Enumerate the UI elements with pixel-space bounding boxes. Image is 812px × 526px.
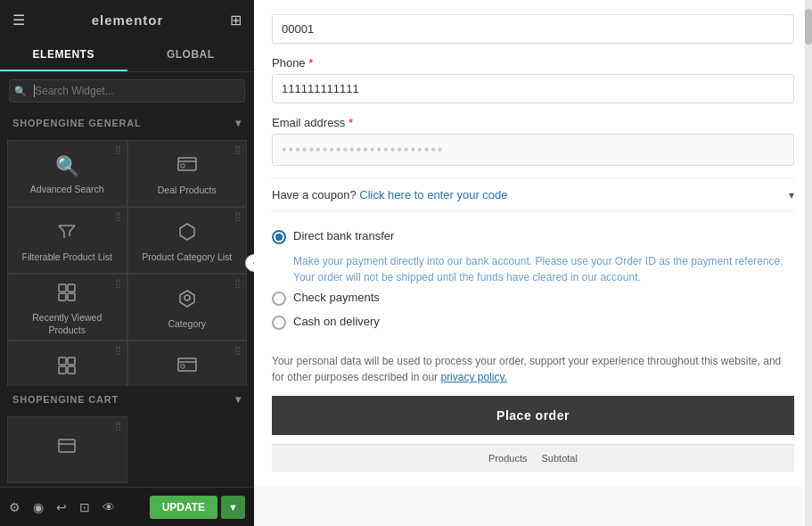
svg-rect-20	[59, 440, 75, 452]
svg-rect-14	[68, 358, 75, 365]
bottom-tab-subtotal[interactable]: Subtotal	[537, 450, 583, 466]
email-label: Email address *	[272, 116, 794, 129]
right-panel: Phone * Email address * Have a coupon? C…	[254, 0, 812, 526]
phone-required: *	[308, 56, 313, 70]
chevron-down-icon-cart: ▾	[235, 393, 242, 406]
search-input[interactable]	[9, 79, 245, 103]
widget-recently-viewed-products[interactable]: ⣿ Recently Viewed Products	[7, 274, 127, 341]
drag-handle: ⣿	[115, 345, 121, 355]
drag-handle: ⣿	[115, 211, 121, 221]
cursor-blink	[34, 85, 35, 97]
drag-handle: ⣿	[234, 144, 241, 154]
widget-product-category-list[interactable]: ⣿ Product Category List	[127, 207, 248, 274]
bottom-tab-products[interactable]: Products	[483, 450, 532, 466]
email-input[interactable]	[272, 134, 794, 166]
widget-filterable-product-list[interactable]: ⣿ Filterable Product List	[7, 207, 127, 274]
phone-input[interactable]	[272, 74, 794, 103]
privacy-policy-link[interactable]: privacy policy.	[440, 371, 506, 383]
svg-rect-10	[59, 293, 66, 300]
direct-bank-description: Make your payment directly into our bank…	[293, 253, 794, 285]
tab-global[interactable]: GLOBAL	[127, 39, 255, 71]
svg-rect-15	[59, 366, 66, 374]
phone-label: Phone *	[272, 56, 794, 70]
widgets-grid: ⣿ 🔍 Advanced Search ⣿ Deal Products ⣿	[0, 136, 254, 386]
update-button[interactable]: UPDATE	[150, 496, 217, 519]
widget-cart[interactable]: ⣿	[7, 416, 127, 483]
payment-section: Direct bank transfer Make your payment d…	[272, 220, 794, 348]
widget-flash-sale-products[interactable]: ⣿ Flash Sale Products	[127, 341, 248, 386]
direct-bank-label: Direct bank transfer	[293, 229, 394, 242]
cash-on-delivery-label: Cash on delivery	[293, 315, 380, 328]
update-arrow-button[interactable]: ▼	[221, 496, 245, 519]
email-field-group: Email address *	[272, 116, 794, 166]
settings-icon[interactable]: ⚙	[9, 500, 21, 514]
widget-label-advanced-search: Advanced Search	[30, 184, 104, 196]
svg-rect-11	[68, 293, 75, 300]
cart-section-label: SHOPENGINE CART	[12, 394, 119, 405]
currency-switcher-icon	[56, 355, 78, 380]
payment-direct-bank[interactable]: Direct bank transfer	[272, 229, 794, 244]
shopengine-general-header[interactable]: SHOPENGINE GENERAL ▾	[0, 110, 254, 136]
layers-icon[interactable]: ◉	[33, 500, 44, 514]
zip-input[interactable]	[272, 14, 794, 44]
widget-deal-products[interactable]: ⣿ Deal Products	[127, 140, 248, 207]
grid-icon[interactable]: ⊞	[230, 12, 242, 29]
widget-currency-switcher[interactable]: ⣿ Currency Switcher	[7, 341, 127, 386]
product-category-list-icon	[176, 221, 198, 246]
search-bar	[0, 72, 254, 110]
zip-field-group	[272, 14, 794, 44]
bottom-tab-bar: Products Subtotal	[272, 444, 794, 472]
widget-advanced-search[interactable]: ⣿ 🔍 Advanced Search	[7, 140, 127, 207]
svg-rect-2	[181, 164, 185, 168]
svg-rect-13	[59, 358, 66, 365]
hamburger-icon[interactable]: ☰	[12, 12, 25, 29]
svg-line-4	[59, 226, 64, 232]
svg-line-6	[70, 226, 75, 232]
coupon-chevron-down-icon: ▾	[789, 189, 794, 201]
svg-rect-19	[181, 365, 185, 368]
bottom-toolbar: ⚙ ◉ ↩ ⊡ 👁 UPDATE ▼	[0, 487, 254, 526]
payment-check[interactable]: Check payments	[272, 291, 794, 306]
widget-label-category: Category	[168, 318, 206, 331]
coupon-link[interactable]: Click here to enter your code	[359, 188, 507, 201]
payment-cash[interactable]: Cash on delivery	[272, 315, 794, 330]
tab-elements[interactable]: ELEMENTS	[0, 39, 127, 71]
tabs-bar: ELEMENTS GLOBAL	[0, 39, 254, 72]
top-bar: ☰ elementor ⊞	[0, 0, 254, 39]
filterable-product-list-icon	[56, 221, 78, 246]
history-icon[interactable]: ↩	[56, 500, 67, 514]
drag-handle: ⣿	[115, 421, 121, 431]
category-icon	[176, 288, 198, 313]
widget-label-product-category-list: Product Category List	[142, 251, 232, 264]
preview-icon[interactable]: 👁	[103, 500, 115, 514]
phone-field-group: Phone *	[272, 56, 794, 103]
radio-direct-bank[interactable]	[272, 230, 286, 244]
cart-widgets-row: ⣿	[0, 413, 254, 487]
coupon-text: Have a coupon? Click here to enter your …	[272, 188, 508, 201]
widget-category[interactable]: ⣿ Category	[127, 274, 248, 341]
radio-cash-on-delivery[interactable]	[272, 316, 286, 330]
chevron-down-icon: ▾	[235, 117, 242, 129]
svg-rect-16	[68, 366, 75, 374]
check-payments-label: Check payments	[293, 291, 380, 304]
coupon-row: Have a coupon? Click here to enter your …	[272, 178, 794, 211]
drag-handle: ⣿	[234, 345, 241, 355]
widget-label-flash-sale-products: Flash Sale Products	[145, 385, 229, 386]
bottom-icons: ⚙ ◉ ↩ ⊡ 👁	[9, 500, 115, 514]
app-title: elementor	[92, 12, 164, 28]
place-order-button[interactable]: Place order	[272, 396, 794, 435]
widget-label-deal-products: Deal Products	[158, 185, 217, 197]
scrollbar-thumb[interactable]	[805, 9, 812, 45]
advanced-search-icon: 🔍	[55, 155, 79, 178]
privacy-text: Your personal data will be used to proce…	[272, 348, 794, 396]
svg-rect-9	[68, 284, 75, 292]
flash-sale-products-icon	[176, 355, 198, 380]
radio-check-payments[interactable]	[272, 292, 286, 306]
svg-point-12	[185, 295, 190, 300]
scrollbar[interactable]	[805, 0, 812, 526]
widget-label-recently-viewed-products: Recently Viewed Products	[13, 312, 121, 336]
cart-icon	[56, 437, 78, 462]
search-icon-wrap	[9, 79, 245, 103]
shopengine-cart-header[interactable]: SHOPENGINE CART ▾	[0, 386, 254, 413]
responsive-icon[interactable]: ⊡	[79, 500, 90, 514]
